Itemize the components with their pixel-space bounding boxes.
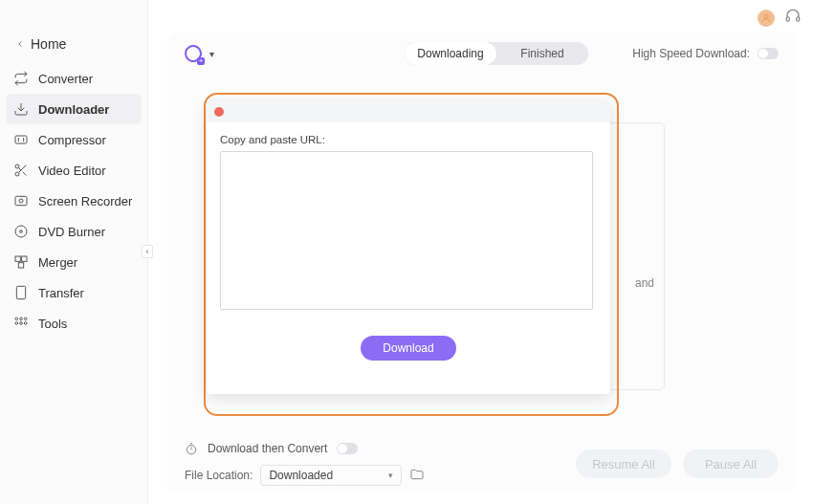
home-back[interactable]: Home [0,31,147,57]
home-label: Home [31,36,66,52]
scissors-icon [13,163,29,178]
sidebar-item-label: Downloader [38,102,109,117]
svg-point-22 [20,318,23,320]
stopwatch-icon [185,442,198,455]
add-url-button[interactable]: + ▾ [185,45,214,62]
sidebar-item-label: Tools [38,317,67,331]
disc-icon [13,224,29,239]
sidebar-collapse-handle[interactable]: ‹ [142,245,153,258]
download-button[interactable]: Download [361,336,456,361]
sidebar-item-screen-recorder[interactable]: Screen Recorder [0,186,147,216]
tab-finished[interactable]: Finished [496,42,588,65]
svg-point-26 [24,322,27,325]
svg-point-7 [15,164,19,168]
sidebar-item-compressor[interactable]: Compressor [0,124,147,155]
sidebar-item-converter[interactable]: Converter [0,63,147,94]
chevron-down-icon: ▾ [209,49,214,59]
background-hint: and [635,276,654,290]
sidebar-item-downloader[interactable]: Downloader [6,94,142,124]
svg-line-11 [18,167,21,170]
svg-point-24 [15,322,18,325]
downloader-icon [13,101,29,117]
sidebar-item-tools[interactable]: Tools [0,308,147,339]
transfer-icon [13,285,29,300]
open-folder-button[interactable] [409,467,425,485]
svg-point-0 [764,14,768,18]
recorder-icon [13,193,29,208]
svg-rect-12 [15,196,27,205]
file-location-label: File Location: [185,469,253,482]
sidebar-item-label: Converter [38,72,93,86]
sidebar-item-label: Video Editor [38,164,106,178]
pause-all-button[interactable]: Pause All [683,449,779,478]
sidebar-item-label: Screen Recorder [38,194,132,208]
sidebar-item-label: Transfer [38,286,84,300]
svg-rect-17 [22,256,27,261]
compressor-icon [13,132,29,147]
svg-rect-16 [15,256,20,261]
main-panel: + ▾ Downloading Finished High Speed Down… [167,33,796,492]
sidebar-item-dvd-burner[interactable]: DVD Burner [0,216,147,247]
sidebar-item-video-editor[interactable]: Video Editor [0,155,147,186]
svg-point-14 [15,226,27,237]
svg-point-13 [19,199,23,203]
merger-icon [13,254,29,270]
high-speed-toggle[interactable] [758,48,779,59]
svg-rect-1 [786,17,789,22]
svg-rect-4 [15,136,27,143]
sidebar-item-label: Compressor [38,133,106,147]
svg-line-10 [23,172,27,176]
chevron-down-icon: ▾ [388,471,393,480]
converter-icon [13,71,29,86]
url-input[interactable] [220,151,593,310]
support-icon[interactable] [784,8,802,28]
svg-point-21 [15,318,18,320]
svg-rect-18 [18,263,23,268]
file-location-value: Downloaded [269,469,333,482]
status-tabs: Downloading Finished [405,42,588,65]
svg-point-23 [24,318,27,320]
svg-point-8 [15,172,19,176]
sidebar-item-label: DVD Burner [38,225,105,239]
svg-point-25 [20,322,23,325]
resume-all-button[interactable]: Resume All [576,449,671,478]
sidebar-item-merger[interactable]: Merger [0,247,147,277]
tools-icon [13,316,29,331]
svg-rect-2 [797,17,800,22]
convert-label: Download then Convert [208,442,327,455]
sidebar: Home Converter Downloader Compressor Vid… [0,0,148,504]
link-icon: + [185,45,202,62]
svg-rect-19 [16,286,25,298]
high-speed-label: High Speed Download: [632,47,750,60]
svg-point-27 [187,446,195,454]
file-location-select[interactable]: Downloaded ▾ [260,465,402,486]
svg-point-15 [20,230,23,233]
sidebar-item-transfer[interactable]: Transfer [0,277,147,308]
url-input-label: Copy and paste URL: [220,134,597,145]
convert-toggle[interactable] [337,443,358,454]
tab-downloading[interactable]: Downloading [405,42,496,65]
modal-close-button[interactable] [214,107,224,117]
user-avatar[interactable] [758,10,775,27]
sidebar-item-label: Merger [38,255,77,270]
url-modal: Copy and paste URL: Download [207,101,610,394]
